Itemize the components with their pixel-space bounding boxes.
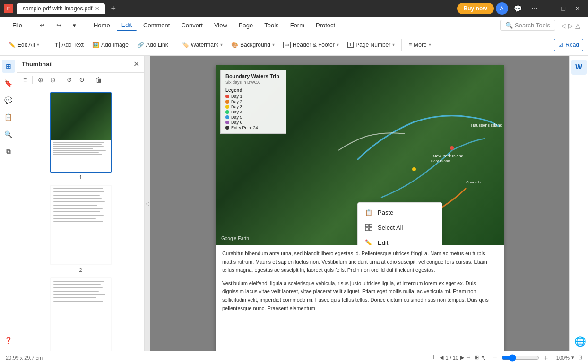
left-icon-search[interactable]: 🔍 [2, 128, 15, 141]
left-icon-form[interactable]: 📋 [2, 111, 15, 124]
more-options-icon[interactable]: ⋯ [527, 4, 542, 13]
thumb-map-preview [51, 93, 111, 140]
thumbnail-image-3[interactable] [50, 277, 112, 351]
watermark-button[interactable]: 🏷️ Watermark ▾ [178, 39, 226, 51]
left-icon-thumbnail[interactable]: ⊞ [2, 60, 15, 73]
zoom-slider[interactable] [502, 354, 539, 362]
page-number-caret: ▾ [392, 42, 395, 47]
menu-protect[interactable]: Protect [311, 20, 340, 31]
watermark-label: Watermark [191, 42, 218, 48]
add-link-button[interactable]: 🔗 Add Link [133, 39, 172, 51]
ctx-select-all[interactable]: Select All [358, 220, 442, 235]
chat-icon[interactable]: 💬 [510, 4, 526, 13]
search-tools-box[interactable]: 🔍 Search Tools [500, 20, 555, 31]
add-image-button[interactable]: 🖼️ Add Image [88, 39, 132, 51]
fit-page-icon[interactable]: ⊡ [578, 355, 582, 361]
legend-day4: Day 4 [225, 110, 281, 114]
menu-undo-icon[interactable]: ↩ [35, 20, 50, 31]
menu-form[interactable]: Form [285, 20, 309, 31]
thumb-zoom-in-icon[interactable]: ⊕ [35, 75, 46, 85]
panel-collapse-handle[interactable]: ◁ [145, 56, 150, 351]
svg-text:New York Island: New York Island [433, 154, 464, 158]
map-legend-box: Boundary Waters Trip Six days in BWCA Le… [220, 70, 286, 134]
read-button[interactable]: ☑ Read [554, 39, 583, 51]
watermark-caret: ▾ [220, 42, 223, 47]
thumbnail-panel: Thumbnail ✕ ≡ ⊕ ⊖ ↺ ↻ 🗑 [17, 56, 145, 351]
left-icon-help[interactable]: ❓ [2, 334, 15, 347]
nav-back-icon[interactable]: ◁ [561, 22, 566, 29]
right-bottom-icon[interactable]: 🌐 [574, 336, 586, 347]
thumb-rotate-cw-icon[interactable]: ↻ [77, 75, 87, 85]
left-icon-layers[interactable]: ⧉ [2, 145, 15, 158]
thumb-zoom-out-icon[interactable]: ⊖ [48, 75, 58, 85]
ctx-paste[interactable]: 📋 Paste [358, 205, 442, 220]
zoom-in-button[interactable]: + [541, 353, 551, 363]
body-text-2: Vestibulum eleifend, ligula a scelerisqu… [222, 279, 497, 312]
tab-pdf[interactable]: sample-pdf-with-images.pdf ✕ [17, 3, 105, 14]
word-icon[interactable]: W [571, 60, 587, 75]
thumb-sep-3 [90, 76, 90, 84]
menu-comment[interactable]: Comment [138, 20, 174, 31]
thumbnail-image-2[interactable] [50, 185, 112, 265]
body-text-1: Curabitur bibendum ante urna, sed blandi… [222, 250, 497, 275]
background-button[interactable]: 🎨 Background ▾ [227, 39, 278, 51]
page-prev-icon[interactable]: ◀ [440, 355, 443, 361]
main-layout: ⊞ 🔖 💬 📋 🔍 ⧉ ❓ Thumbnail ✕ ≡ ⊕ ⊖ ↺ ↻ 🗑 [0, 56, 588, 351]
zoom-dropdown-icon[interactable]: ▾ [571, 355, 574, 361]
menu-tools[interactable]: Tools [259, 20, 283, 31]
thumb-text-preview [51, 140, 111, 172]
add-text-button[interactable]: T Add Text [49, 39, 87, 51]
edit-pen-icon: ✏️ [9, 42, 16, 48]
toolbar-sep-1 [46, 39, 46, 51]
thumb-rotate-ccw-icon[interactable]: ↺ [64, 75, 75, 85]
menu-view[interactable]: View [209, 20, 232, 31]
maximize-button[interactable]: □ [558, 4, 569, 13]
close-button[interactable]: ✕ [571, 4, 584, 13]
thumb-delete-icon[interactable]: 🗑 [93, 75, 104, 85]
thumbnail-item-2[interactable]: 2 [22, 185, 139, 273]
page-number-button[interactable]: 1 Page Number ▾ [344, 39, 399, 51]
thumbnail-item-3[interactable]: 3 [22, 277, 139, 351]
menu-edit[interactable]: Edit [117, 19, 137, 31]
edit-all-button[interactable]: ✏️ Edit All ▾ [5, 39, 43, 51]
more-button[interactable]: ≡ More ▾ [405, 39, 434, 51]
thumbnail-item-1[interactable]: 1 [22, 92, 139, 180]
background-caret: ▾ [272, 42, 275, 47]
edit-all-label: Edit All [17, 42, 35, 48]
thumbnail-list: 1 [17, 87, 144, 351]
thumb-sep-2 [61, 76, 61, 84]
tab-close[interactable]: ✕ [95, 6, 99, 12]
menu-redo-icon[interactable]: ↪ [52, 20, 66, 31]
thumbnail-close-button[interactable]: ✕ [133, 60, 139, 69]
menu-dropdown-icon[interactable]: ▾ [68, 20, 81, 31]
menu-page[interactable]: Page [234, 20, 258, 31]
minimize-button[interactable]: ─ [544, 4, 556, 13]
legend-entry: Entry Point 24 [225, 125, 281, 130]
left-icon-comment[interactable]: 💬 [2, 94, 15, 107]
menu-convert[interactable]: Convert [176, 20, 208, 31]
search-tools-label[interactable]: Search Tools [515, 22, 550, 29]
thumbnail-image-1[interactable] [50, 92, 112, 173]
zoom-out-button[interactable]: − [490, 353, 500, 363]
nav-up-icon[interactable]: △ [575, 22, 580, 29]
ctx-edit[interactable]: ✏️ Edit [358, 235, 442, 245]
nav-next-icon[interactable]: ▷ [568, 22, 573, 29]
thumb-menu-icon[interactable]: ≡ [21, 75, 29, 85]
nav-controls: ◁ ▷ △ [561, 22, 580, 29]
read-label: Read [565, 42, 579, 48]
ctx-paste-label: Paste [378, 209, 393, 216]
left-icon-bookmark[interactable]: 🔖 [2, 77, 15, 90]
menu-home[interactable]: Home [89, 20, 115, 31]
page-end-icon[interactable]: ⊣ [466, 355, 471, 361]
titlebar: F sample-pdf-with-images.pdf ✕ + Buy now… [0, 0, 588, 17]
page-start-icon[interactable]: ⊢ [433, 355, 438, 361]
add-tab-button[interactable]: + [111, 4, 116, 14]
cursor-mode-icon[interactable]: ↖ [481, 354, 486, 362]
header-footer-button[interactable]: ▭ Header & Footer ▾ [279, 39, 343, 51]
page-next-icon[interactable]: ▶ [460, 355, 464, 361]
thumb-page-1-content [51, 93, 111, 172]
buy-now-button[interactable]: Buy now [457, 3, 494, 14]
avatar[interactable]: A [496, 2, 508, 15]
view-mode-icon[interactable]: ⊞ [475, 355, 479, 361]
menu-file[interactable]: File [8, 20, 27, 31]
